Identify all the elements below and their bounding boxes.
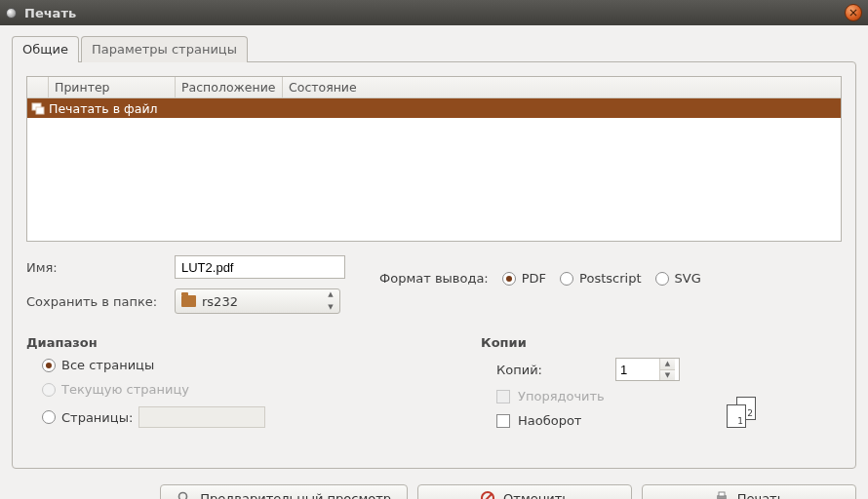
format-radio-ps[interactable]: Postscript — [560, 271, 641, 286]
window-titlebar: Печать — [0, 0, 868, 25]
folder-icon — [181, 295, 196, 307]
printer-table[interactable]: Принтер Расположение Состояние Печатать … — [26, 76, 842, 242]
spin-up-button[interactable]: ▲ — [660, 359, 675, 369]
tab-page-general: Принтер Расположение Состояние Печатать … — [12, 61, 856, 469]
combo-spinner-icon: ▲▼ — [325, 291, 336, 311]
radio-icon — [42, 359, 56, 372]
format-radio-svg[interactable]: SVG — [655, 271, 701, 286]
format-label: Формат вывода: — [379, 271, 489, 286]
table-row[interactable]: Печатать в файл — [27, 98, 841, 118]
name-input[interactable] — [175, 255, 345, 279]
cancel-button[interactable]: Отменить — [417, 484, 632, 499]
tab-general[interactable]: Общие — [12, 36, 79, 62]
spin-down-button[interactable]: ▼ — [660, 369, 675, 381]
dialog-buttons: Предварительный просмотр Отменить Печать — [12, 484, 856, 499]
col-printer[interactable]: Принтер — [49, 77, 176, 97]
copies-title: Копии — [481, 335, 842, 350]
range-radio-pages[interactable]: Страницы: — [42, 410, 133, 425]
svg-rect-3 — [36, 107, 44, 114]
col-status[interactable]: Состояние — [283, 77, 841, 97]
print-button[interactable]: Печать — [642, 484, 856, 499]
radio-icon — [655, 272, 669, 286]
copies-section: Копии Копий: ▲ ▼ — [471, 314, 842, 438]
printer-table-header: Принтер Расположение Состояние — [27, 77, 841, 98]
copies-count-input[interactable] — [616, 359, 659, 380]
window-menu-icon[interactable] — [6, 8, 17, 19]
copies-count-spin[interactable]: ▲ ▼ — [615, 358, 680, 381]
close-icon — [848, 8, 858, 18]
svg-rect-10 — [719, 492, 725, 496]
radio-icon — [42, 383, 56, 397]
col-icon[interactable] — [27, 77, 49, 97]
range-radio-current: Текущую страницу — [42, 382, 189, 397]
range-section: Диапазон Все страницы Текущую страницу — [26, 314, 471, 438]
output-format-row: Формат вывода: PDF Postscript SVG — [379, 271, 701, 286]
printer-table-body: Печатать в файл — [27, 98, 841, 241]
collate-checkbox: Упорядочить — [496, 389, 605, 403]
checkbox-icon — [496, 414, 510, 428]
file-fields: Имя: Сохранить в папке: rs232 ▲▼ — [26, 255, 368, 314]
preview-icon — [177, 490, 192, 499]
checkbox-icon — [496, 390, 510, 403]
window-close-button[interactable] — [845, 4, 862, 21]
save-folder-label: Сохранить в папке: — [26, 294, 175, 309]
printer-name: Печатать в файл — [49, 101, 158, 116]
save-folder-combo[interactable]: rs232 ▲▼ — [175, 288, 340, 314]
collate-illustration-icon: 2 1 — [727, 397, 766, 430]
range-pages-input — [138, 406, 265, 428]
svg-point-4 — [179, 493, 187, 500]
print-icon — [714, 490, 730, 499]
name-label: Имя: — [26, 260, 175, 275]
copies-count-label: Копий: — [496, 363, 604, 377]
col-location[interactable]: Расположение — [176, 77, 283, 97]
window-title: Печать — [24, 6, 845, 20]
cancel-icon — [480, 490, 495, 499]
print-to-file-icon — [27, 101, 49, 115]
radio-icon — [42, 410, 56, 424]
svg-line-8 — [484, 494, 492, 499]
tab-page-setup[interactable]: Параметры страницы — [81, 36, 248, 62]
save-folder-value: rs232 — [202, 294, 238, 309]
tabs: Общие Параметры страницы — [12, 36, 856, 62]
preview-button[interactable]: Предварительный просмотр — [160, 484, 408, 499]
format-radio-pdf[interactable]: PDF — [502, 271, 546, 286]
reverse-checkbox[interactable]: Наоборот — [496, 413, 581, 428]
range-radio-all[interactable]: Все страницы — [42, 358, 154, 372]
radio-icon — [560, 272, 573, 286]
radio-icon — [502, 272, 516, 286]
window-body: Общие Параметры страницы Принтер Располо… — [0, 25, 868, 499]
range-title: Диапазон — [26, 335, 471, 350]
